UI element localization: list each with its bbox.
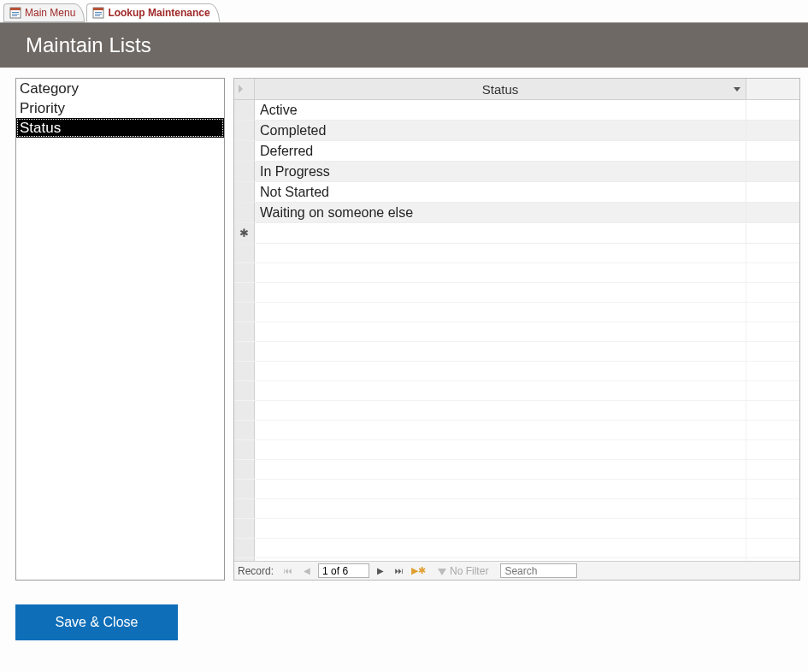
row-selector[interactable] [234, 121, 255, 140]
svg-rect-9 [95, 15, 100, 16]
footer-actions: Save & Close [0, 581, 808, 640]
svg-rect-7 [95, 12, 102, 13]
filter-indicator[interactable]: No Filter [438, 565, 488, 577]
svg-rect-6 [93, 8, 103, 10]
nav-new-record-button[interactable]: ▶✱ [410, 563, 426, 579]
record-label: Record: [238, 565, 274, 577]
content-area: Category Priority Status Status Active C… [0, 68, 808, 581]
cell-status[interactable]: Completed [255, 121, 746, 140]
nav-first-button[interactable]: ⏮ [280, 563, 296, 579]
list-item-priority[interactable]: Priority [16, 98, 224, 118]
column-filter-dropdown-icon[interactable] [734, 87, 740, 91]
table-row[interactable]: Deferred [234, 141, 799, 162]
cell-status[interactable]: In Progress [255, 162, 746, 181]
tab-label: Lookup Maintenance [108, 7, 209, 19]
new-record-icon[interactable] [234, 223, 255, 243]
tab-bar: Main Menu Lookup Maintenance [0, 0, 808, 22]
table-row[interactable]: In Progress [234, 162, 799, 182]
table-row[interactable]: Active [234, 100, 799, 121]
record-navigator: Record: ⏮ ◀ ▶ ⏭ ▶✱ No Filter [234, 561, 799, 580]
row-selector[interactable] [234, 182, 255, 202]
cell-status[interactable]: Not Started [255, 182, 746, 202]
table-row[interactable]: Completed [234, 121, 799, 141]
row-selector[interactable] [234, 100, 255, 120]
row-selector[interactable] [234, 141, 255, 161]
svg-rect-1 [10, 8, 21, 10]
svg-rect-8 [95, 14, 102, 15]
datasheet-header: Status [234, 79, 799, 100]
empty-rows [234, 244, 799, 561]
svg-rect-2 [12, 12, 19, 13]
save-close-button[interactable]: Save & Close [15, 604, 178, 640]
tab-main-menu[interactable]: Main Menu [3, 3, 85, 22]
datasheet-body: Active Completed Deferred In Progress No [234, 100, 799, 561]
form-icon [92, 7, 104, 19]
row-selector[interactable] [234, 203, 255, 222]
svg-rect-4 [12, 15, 17, 16]
svg-rect-3 [12, 14, 19, 15]
new-record-row[interactable] [234, 223, 799, 244]
filter-label: No Filter [450, 565, 488, 577]
datasheet: Status Active Completed Deferred [233, 78, 800, 581]
cell-status[interactable]: Active [255, 100, 746, 120]
row-selector[interactable] [234, 162, 255, 181]
search-input[interactable] [500, 563, 577, 578]
page-title: Maintain Lists [26, 33, 151, 57]
tab-label: Main Menu [25, 7, 75, 19]
table-row[interactable]: Not Started [234, 182, 799, 203]
column-header-spacer [746, 79, 799, 99]
page-header: Maintain Lists [0, 22, 808, 68]
cell-status[interactable]: Waiting on someone else [255, 203, 746, 222]
cell-status[interactable] [255, 223, 746, 243]
funnel-icon [438, 569, 446, 575]
table-row[interactable]: Waiting on someone else [234, 203, 799, 223]
nav-last-button[interactable]: ⏭ [392, 563, 407, 579]
list-item-category[interactable]: Category [16, 79, 224, 98]
nav-next-button[interactable]: ▶ [373, 563, 388, 579]
category-list: Category Priority Status [15, 78, 225, 581]
column-header-status[interactable]: Status [255, 79, 746, 99]
list-item-status[interactable]: Status [16, 118, 224, 138]
cell-status[interactable]: Deferred [255, 141, 746, 161]
nav-prev-button[interactable]: ◀ [299, 563, 315, 579]
tab-lookup-maintenance[interactable]: Lookup Maintenance [86, 3, 219, 22]
column-header-label: Status [482, 82, 519, 97]
select-all-corner[interactable] [234, 79, 255, 99]
form-icon [9, 7, 21, 19]
record-position-input[interactable] [318, 563, 369, 578]
